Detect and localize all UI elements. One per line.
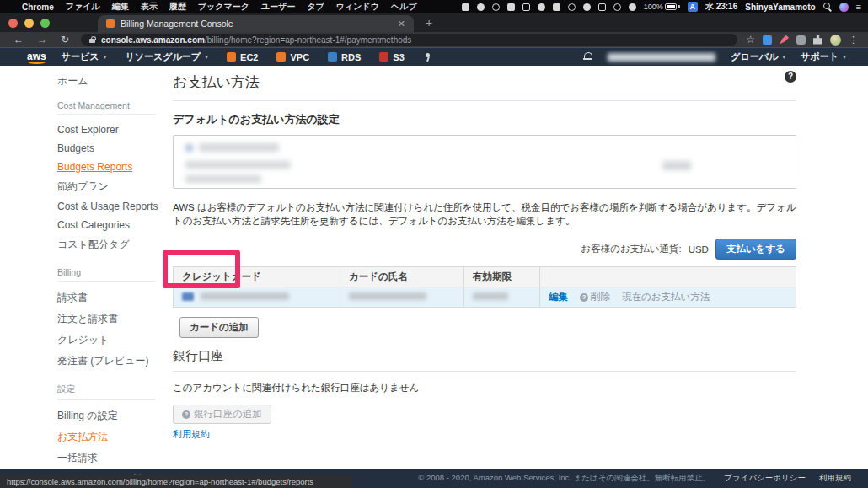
minimize-window-button[interactable] bbox=[24, 19, 34, 28]
nav-services-menu[interactable]: サービス ▾ bbox=[62, 51, 107, 63]
close-window-button[interactable] bbox=[8, 19, 18, 28]
sidebar-item-cost-explorer[interactable]: Cost Explorer bbox=[57, 121, 164, 139]
help-icon[interactable]: ? bbox=[785, 71, 796, 83]
sidebar-item-consolidated-billing[interactable]: 一括請求 bbox=[57, 448, 164, 469]
help-badge-icon: ? bbox=[182, 410, 190, 419]
ec2-icon bbox=[227, 52, 236, 62]
control-center-icon[interactable]: ≡ bbox=[856, 2, 861, 12]
copyright-text: © 2008 - 2020, Amazon Web Services, Inc.… bbox=[418, 473, 710, 484]
cell-actions: 編集 ? 削除 現在のお支払い方法 bbox=[540, 287, 796, 307]
delete-link-disabled[interactable]: ? 削除 bbox=[580, 291, 610, 303]
account-name-redacted[interactable] bbox=[608, 53, 715, 62]
sidebar-item-savings-plans[interactable]: 節約プラン bbox=[57, 176, 164, 197]
browser-tab[interactable]: Billing Management Console ✕ bbox=[98, 15, 414, 32]
sidebar-item-purchase-orders[interactable]: 発注書 (プレビュー) bbox=[57, 351, 164, 372]
input-method-badge[interactable]: A bbox=[688, 2, 698, 12]
sidebar-item-home[interactable]: ホーム bbox=[57, 74, 164, 88]
notification-icon[interactable] bbox=[538, 3, 545, 11]
default-payment-box-redacted bbox=[173, 135, 796, 189]
menu-tab[interactable]: タブ bbox=[307, 1, 324, 13]
sidebar-item-cost-allocation-tags[interactable]: コスト配分タグ bbox=[57, 234, 164, 255]
menu-bookmarks[interactable]: ブックマーク bbox=[198, 1, 249, 13]
sidebar-section-title: Billing bbox=[57, 267, 156, 282]
menu-window[interactable]: ウィンドウ bbox=[336, 1, 379, 13]
menu-users[interactable]: ユーザー bbox=[261, 1, 295, 13]
menu-view[interactable]: 表示 bbox=[141, 1, 158, 13]
table-row[interactable]: 編集 ? 削除 現在のお支払い方法 bbox=[174, 287, 796, 308]
nav-region-menu[interactable]: グローバル ▾ bbox=[731, 51, 785, 63]
footer-terms-link[interactable]: 利用規約 bbox=[819, 473, 851, 484]
notifications-bell-icon[interactable] bbox=[583, 52, 592, 62]
sidebar-item-bills[interactable]: 請求書 bbox=[57, 287, 164, 308]
add-bank-account-button[interactable]: ? 銀行口座の追加 bbox=[173, 405, 271, 424]
reload-button[interactable]: ↻ bbox=[61, 34, 69, 46]
menu-history[interactable]: 履歴 bbox=[169, 1, 186, 13]
spotlight-search-icon[interactable] bbox=[823, 3, 832, 11]
video-icon[interactable] bbox=[462, 3, 469, 11]
timemachine-icon[interactable] bbox=[613, 3, 621, 11]
cloud-icon[interactable] bbox=[583, 3, 591, 11]
aws-navbar: aws サービス ▾ リソースグループ ▾ EC2 VPC RDS S3 bbox=[0, 47, 868, 66]
battery-percent: 100% bbox=[644, 3, 663, 11]
sidebar-item-budgets[interactable]: Budgets bbox=[57, 139, 164, 158]
forward-button[interactable]: → bbox=[37, 34, 47, 46]
sidebar-item-budgets-reports[interactable]: Budgets Reports bbox=[57, 158, 164, 176]
sidebar-item-payment-methods[interactable]: お支払方法 bbox=[57, 426, 164, 448]
terms-of-use-link[interactable]: 利用規約 bbox=[173, 428, 796, 441]
new-tab-button[interactable]: + bbox=[426, 16, 432, 29]
add-card-button[interactable]: カードの追加 bbox=[179, 317, 259, 338]
shortcut-s3[interactable]: S3 bbox=[379, 52, 404, 62]
siri-icon[interactable] bbox=[839, 3, 849, 12]
menubar-app-name[interactable]: Chrome bbox=[22, 3, 54, 12]
back-button[interactable]: ← bbox=[13, 34, 24, 46]
bluetooth-icon[interactable] bbox=[598, 3, 606, 11]
tab-close-icon[interactable]: ✕ bbox=[396, 19, 407, 29]
sidebar-item-cost-categories[interactable]: Cost Categories bbox=[57, 216, 164, 234]
battery-indicator[interactable]: 100% bbox=[644, 3, 680, 11]
profile-avatar[interactable] bbox=[830, 35, 841, 46]
shortcut-ec2[interactable]: EC2 bbox=[227, 52, 258, 62]
shortcut-vpc[interactable]: VPC bbox=[276, 52, 309, 62]
bank-section-title: 銀行口座 bbox=[173, 348, 796, 372]
edit-link[interactable]: 編集 bbox=[549, 291, 568, 303]
bookmark-star-icon[interactable]: ☆ bbox=[746, 34, 755, 46]
chrome-menu-icon[interactable]: ⋮ bbox=[849, 35, 858, 46]
wifi-icon[interactable] bbox=[629, 3, 636, 11]
privacy-policy-link[interactable]: プライバシーポリシー bbox=[724, 473, 806, 484]
extensions-puzzle-icon[interactable] bbox=[813, 35, 822, 45]
sidebar-item-cost-usage-reports[interactable]: Cost & Usage Reports bbox=[57, 197, 164, 216]
battery-icon bbox=[665, 3, 677, 10]
menu-help[interactable]: ヘルプ bbox=[391, 1, 417, 13]
secure-lock-icon[interactable] bbox=[89, 36, 95, 43]
vpc-icon bbox=[276, 52, 286, 62]
make-payment-button[interactable]: 支払いをする bbox=[715, 239, 796, 260]
shortcut-rds[interactable]: RDS bbox=[328, 52, 361, 62]
menubar-clock[interactable]: 水 23:16 bbox=[705, 1, 737, 13]
sidebar-item-billing-preferences[interactable]: Billing の設定 bbox=[57, 405, 164, 426]
extension-pen-icon[interactable] bbox=[780, 35, 789, 45]
browser-status-bubble: https://console.aws.amazon.com/billing/h… bbox=[0, 475, 352, 488]
zoom-window-button[interactable] bbox=[40, 19, 50, 28]
license-icon[interactable] bbox=[568, 3, 576, 11]
s3-icon bbox=[379, 52, 388, 62]
shortcuts-icon[interactable] bbox=[507, 3, 515, 11]
sidebar-item-orders-invoices[interactable]: 注文と請求書 bbox=[57, 308, 164, 330]
menu-edit[interactable]: 編集 bbox=[112, 1, 129, 13]
extension-camera-icon[interactable] bbox=[796, 35, 806, 45]
eye-icon[interactable] bbox=[492, 3, 500, 11]
clipboard-icon[interactable] bbox=[553, 3, 560, 11]
current-payment-label: 現在のお支払い方法 bbox=[622, 291, 710, 303]
menubar-user[interactable]: ShinyaYamamoto bbox=[745, 3, 815, 12]
url-path: /billing/home?region=ap-northeast-1#/pay… bbox=[205, 35, 411, 45]
columns-icon[interactable] bbox=[522, 3, 530, 11]
browser-tabstrip: Billing Management Console ✕ + bbox=[0, 13, 868, 32]
nav-support-menu[interactable]: サポート ▾ bbox=[801, 51, 846, 63]
aws-logo[interactable]: aws bbox=[27, 51, 46, 64]
sidebar-item-credits[interactable]: クレジット bbox=[57, 330, 164, 351]
address-bar[interactable]: console.aws.amazon.com/billing/home?regi… bbox=[81, 34, 737, 46]
menu-file[interactable]: ファイル bbox=[66, 1, 100, 13]
extension-icon-1[interactable] bbox=[763, 35, 772, 45]
pushpin-icon[interactable] bbox=[423, 52, 431, 62]
nav-resource-groups-menu[interactable]: リソースグループ ▾ bbox=[125, 51, 208, 63]
record-icon[interactable] bbox=[477, 3, 485, 11]
